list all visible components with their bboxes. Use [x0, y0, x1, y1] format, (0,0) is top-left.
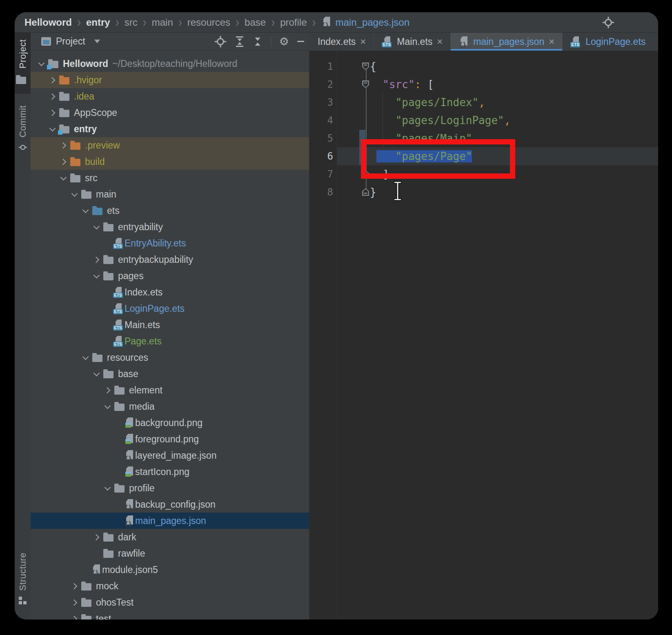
tree-row[interactable]: ETSIndex.ets — [31, 284, 309, 300]
tree-row[interactable]: ETSLoginPage.ets — [31, 300, 309, 317]
tab-close-icon[interactable]: × — [360, 37, 366, 47]
chevron-down-icon[interactable] — [80, 209, 91, 212]
chevron-right-icon[interactable] — [47, 78, 58, 82]
tree-row[interactable]: pages — [31, 268, 309, 284]
breadcrumb-item[interactable]: base — [245, 17, 266, 28]
code-line[interactable]: "pages/Index", — [370, 93, 485, 111]
tree-row[interactable]: profile — [31, 480, 309, 496]
tree-row[interactable]: ETSPage.ets — [31, 333, 309, 349]
tree-row[interactable]: media — [31, 398, 309, 415]
tree-row[interactable]: {}layered_image.json — [31, 447, 309, 464]
chevron-right-icon[interactable] — [69, 617, 80, 620]
project-panel-title[interactable]: Project — [56, 36, 85, 47]
fold-end-marker[interactable] — [362, 188, 369, 196]
chevron-right-icon[interactable] — [91, 258, 102, 262]
code-line[interactable]: "pages/LoginPage", — [370, 111, 510, 129]
tree-row[interactable]: {}backup_config.json — [31, 496, 309, 513]
tree-row[interactable]: ets — [31, 202, 309, 219]
collapse-all-icon[interactable] — [253, 37, 263, 47]
chevron-right-icon[interactable] — [47, 111, 58, 115]
tree-row[interactable]: src — [31, 170, 309, 186]
chevron-down-icon[interactable] — [80, 356, 91, 359]
dropdown-arrow-icon[interactable] — [94, 40, 100, 43]
tree-row[interactable]: {}main_pages.json — [31, 513, 309, 529]
tree-row[interactable]: AppScope — [31, 104, 309, 121]
chevron-right-icon[interactable] — [102, 388, 113, 393]
sidebar-item-commit[interactable]: Commit — [15, 99, 31, 156]
toolbar-divider — [271, 36, 271, 47]
tab-close-icon[interactable]: × — [437, 37, 443, 47]
tree-row[interactable]: element — [31, 382, 309, 398]
tree-row[interactable]: {}module.json5 — [31, 562, 309, 578]
chevron-down-icon[interactable] — [36, 62, 47, 65]
tree-row[interactable]: foreground.png — [31, 431, 309, 447]
breadcrumb-item[interactable]: profile — [280, 17, 307, 28]
chevron-down-icon[interactable] — [69, 193, 80, 196]
sidebar-item-project[interactable]: Project — [15, 33, 31, 94]
breadcrumb-item[interactable]: entry — [86, 17, 110, 28]
breadcrumb-item[interactable]: {}main_pages.json — [321, 17, 409, 28]
hide-panel-icon[interactable] — [297, 41, 304, 42]
expand-all-icon[interactable] — [235, 36, 245, 47]
chevron-right-icon[interactable] — [69, 584, 80, 588]
tree-row[interactable]: base — [31, 366, 309, 382]
chevron-right-icon[interactable] — [69, 600, 80, 605]
chevron-down-icon[interactable] — [91, 275, 102, 278]
code-editor[interactable]: 1{2 "src": [3 "pages/Index",4 "pages/Log… — [309, 51, 658, 619]
breadcrumb-item[interactable]: src — [125, 17, 138, 28]
folder-module-icon — [47, 58, 59, 69]
chevron-down-icon[interactable] — [91, 373, 102, 375]
sidebar-item-structure[interactable]: Structure — [15, 546, 31, 607]
code-line[interactable]: } — [370, 183, 376, 201]
tree-row[interactable]: Helloword~/Desktop/teaching/Helloword — [31, 56, 309, 72]
chevron-down-icon[interactable] — [47, 128, 58, 131]
tab-main_pages-json[interactable]: {}main_pages.json× — [450, 33, 562, 51]
tree-row[interactable]: background.png — [31, 415, 309, 431]
json-file-icon: {} — [124, 515, 135, 526]
code-line[interactable]: "src": [ — [370, 75, 434, 93]
tree-row[interactable]: .preview — [31, 137, 309, 153]
tab-main-ets[interactable]: ETSMain.ets× — [374, 33, 450, 51]
line-number: 4 — [309, 111, 333, 129]
fold-start-marker[interactable] — [362, 80, 369, 88]
locate-icon[interactable] — [214, 36, 227, 48]
fold-start-marker[interactable] — [362, 62, 369, 70]
tab-close-icon[interactable]: × — [549, 37, 554, 47]
tree-row[interactable]: rawfile — [31, 545, 309, 562]
breadcrumb-item[interactable]: Helloword — [24, 17, 72, 28]
chevron-down-icon[interactable] — [102, 405, 113, 408]
tree-row[interactable]: entry — [31, 121, 309, 137]
settings-gear-icon[interactable]: ⚙ — [279, 36, 289, 47]
tab-index-ets[interactable]: Index.ets× — [309, 33, 374, 51]
chevron-right-icon[interactable] — [47, 94, 58, 99]
chevron-down-icon[interactable] — [91, 226, 102, 229]
tree-row[interactable]: entryability — [31, 219, 309, 235]
ets-file-icon: ETS — [113, 287, 125, 298]
chevron-right-icon[interactable] — [58, 160, 69, 164]
tree-row[interactable]: entrybackupability — [31, 251, 309, 268]
tree-row[interactable]: resources — [31, 349, 309, 366]
chevron-down-icon[interactable] — [58, 177, 69, 180]
tab-loginpage-ets[interactable]: ETSLoginPage.ets — [562, 33, 653, 51]
tree-row[interactable]: ETSEntryAbility.ets — [31, 235, 309, 251]
breadcrumb-item[interactable]: resources — [187, 17, 230, 28]
chevron-right-icon[interactable] — [58, 143, 69, 148]
tree-row[interactable]: dark — [31, 529, 309, 545]
locate-icon[interactable] — [602, 16, 614, 29]
chevron-right-icon[interactable] — [91, 535, 102, 540]
tree-item-label: foreground.png — [135, 434, 199, 445]
tree-row[interactable]: ohosTest — [31, 594, 309, 611]
tree-row[interactable]: test — [31, 611, 309, 619]
tree-row[interactable]: build — [31, 153, 309, 170]
chevron-down-icon[interactable] — [102, 487, 113, 490]
tree-row[interactable]: .hvigor — [31, 72, 309, 88]
code-token — [370, 114, 396, 127]
tree-row[interactable]: ETSMain.ets — [31, 317, 309, 333]
tree-row[interactable]: main — [31, 186, 309, 202]
breadcrumb-item[interactable]: main — [152, 17, 173, 28]
tree-row[interactable]: mock — [31, 578, 309, 594]
tree-row[interactable]: .idea — [31, 88, 309, 104]
code-line[interactable]: { — [370, 58, 376, 75]
tree-row[interactable]: startIcon.png — [31, 464, 309, 480]
breadcrumb-label: profile — [280, 17, 307, 28]
